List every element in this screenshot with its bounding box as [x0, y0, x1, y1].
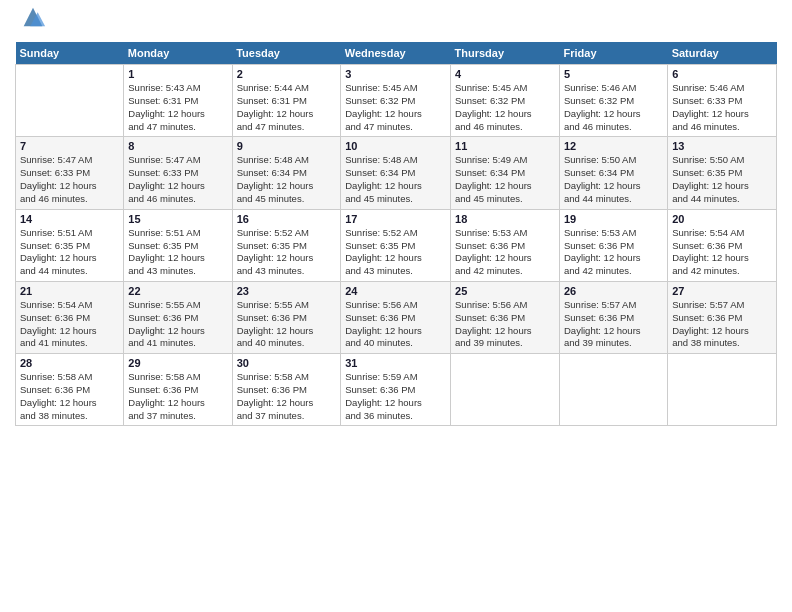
day-number: 14 — [20, 213, 119, 225]
day-info: Sunrise: 5:54 AM Sunset: 6:36 PM Dayligh… — [672, 227, 772, 278]
day-info: Sunrise: 5:57 AM Sunset: 6:36 PM Dayligh… — [564, 299, 663, 350]
calendar-cell: 13Sunrise: 5:50 AM Sunset: 6:35 PM Dayli… — [668, 137, 777, 209]
calendar-cell: 20Sunrise: 5:54 AM Sunset: 6:36 PM Dayli… — [668, 209, 777, 281]
calendar-cell — [451, 354, 560, 426]
day-info: Sunrise: 5:55 AM Sunset: 6:36 PM Dayligh… — [237, 299, 337, 350]
week-row-4: 21Sunrise: 5:54 AM Sunset: 6:36 PM Dayli… — [16, 281, 777, 353]
day-info: Sunrise: 5:52 AM Sunset: 6:35 PM Dayligh… — [345, 227, 446, 278]
calendar-cell: 18Sunrise: 5:53 AM Sunset: 6:36 PM Dayli… — [451, 209, 560, 281]
day-number: 21 — [20, 285, 119, 297]
day-info: Sunrise: 5:48 AM Sunset: 6:34 PM Dayligh… — [237, 154, 337, 205]
calendar-cell: 22Sunrise: 5:55 AM Sunset: 6:36 PM Dayli… — [124, 281, 232, 353]
calendar-cell: 16Sunrise: 5:52 AM Sunset: 6:35 PM Dayli… — [232, 209, 341, 281]
day-number: 6 — [672, 68, 772, 80]
calendar-cell: 10Sunrise: 5:48 AM Sunset: 6:34 PM Dayli… — [341, 137, 451, 209]
day-number: 12 — [564, 140, 663, 152]
calendar-cell: 9Sunrise: 5:48 AM Sunset: 6:34 PM Daylig… — [232, 137, 341, 209]
day-info: Sunrise: 5:52 AM Sunset: 6:35 PM Dayligh… — [237, 227, 337, 278]
day-number: 23 — [237, 285, 337, 297]
day-number: 19 — [564, 213, 663, 225]
day-info: Sunrise: 5:47 AM Sunset: 6:33 PM Dayligh… — [128, 154, 227, 205]
day-number: 2 — [237, 68, 337, 80]
logo-icon — [19, 3, 47, 31]
day-number: 28 — [20, 357, 119, 369]
day-number: 15 — [128, 213, 227, 225]
calendar-cell: 25Sunrise: 5:56 AM Sunset: 6:36 PM Dayli… — [451, 281, 560, 353]
day-number: 3 — [345, 68, 446, 80]
day-number: 16 — [237, 213, 337, 225]
day-number: 30 — [237, 357, 337, 369]
day-info: Sunrise: 5:58 AM Sunset: 6:36 PM Dayligh… — [128, 371, 227, 422]
calendar-cell: 1Sunrise: 5:43 AM Sunset: 6:31 PM Daylig… — [124, 65, 232, 137]
day-info: Sunrise: 5:53 AM Sunset: 6:36 PM Dayligh… — [455, 227, 555, 278]
calendar-cell: 11Sunrise: 5:49 AM Sunset: 6:34 PM Dayli… — [451, 137, 560, 209]
day-number: 17 — [345, 213, 446, 225]
weekday-header-sunday: Sunday — [16, 42, 124, 65]
calendar-cell: 8Sunrise: 5:47 AM Sunset: 6:33 PM Daylig… — [124, 137, 232, 209]
day-number: 8 — [128, 140, 227, 152]
day-info: Sunrise: 5:46 AM Sunset: 6:33 PM Dayligh… — [672, 82, 772, 133]
day-number: 20 — [672, 213, 772, 225]
page-header — [15, 10, 777, 34]
calendar-cell: 6Sunrise: 5:46 AM Sunset: 6:33 PM Daylig… — [668, 65, 777, 137]
calendar-cell: 17Sunrise: 5:52 AM Sunset: 6:35 PM Dayli… — [341, 209, 451, 281]
logo — [15, 10, 47, 34]
day-number: 10 — [345, 140, 446, 152]
day-number: 22 — [128, 285, 227, 297]
day-info: Sunrise: 5:56 AM Sunset: 6:36 PM Dayligh… — [345, 299, 446, 350]
calendar-cell — [560, 354, 668, 426]
calendar-cell: 15Sunrise: 5:51 AM Sunset: 6:35 PM Dayli… — [124, 209, 232, 281]
calendar-cell — [668, 354, 777, 426]
day-info: Sunrise: 5:44 AM Sunset: 6:31 PM Dayligh… — [237, 82, 337, 133]
calendar-cell: 2Sunrise: 5:44 AM Sunset: 6:31 PM Daylig… — [232, 65, 341, 137]
calendar-cell: 5Sunrise: 5:46 AM Sunset: 6:32 PM Daylig… — [560, 65, 668, 137]
day-number: 13 — [672, 140, 772, 152]
calendar-cell: 21Sunrise: 5:54 AM Sunset: 6:36 PM Dayli… — [16, 281, 124, 353]
week-row-2: 7Sunrise: 5:47 AM Sunset: 6:33 PM Daylig… — [16, 137, 777, 209]
calendar-cell: 3Sunrise: 5:45 AM Sunset: 6:32 PM Daylig… — [341, 65, 451, 137]
weekday-header-thursday: Thursday — [451, 42, 560, 65]
day-number: 31 — [345, 357, 446, 369]
calendar-cell: 28Sunrise: 5:58 AM Sunset: 6:36 PM Dayli… — [16, 354, 124, 426]
day-number: 11 — [455, 140, 555, 152]
day-number: 26 — [564, 285, 663, 297]
calendar-cell: 24Sunrise: 5:56 AM Sunset: 6:36 PM Dayli… — [341, 281, 451, 353]
calendar-cell: 19Sunrise: 5:53 AM Sunset: 6:36 PM Dayli… — [560, 209, 668, 281]
week-row-5: 28Sunrise: 5:58 AM Sunset: 6:36 PM Dayli… — [16, 354, 777, 426]
day-info: Sunrise: 5:55 AM Sunset: 6:36 PM Dayligh… — [128, 299, 227, 350]
day-info: Sunrise: 5:58 AM Sunset: 6:36 PM Dayligh… — [20, 371, 119, 422]
day-info: Sunrise: 5:43 AM Sunset: 6:31 PM Dayligh… — [128, 82, 227, 133]
day-info: Sunrise: 5:47 AM Sunset: 6:33 PM Dayligh… — [20, 154, 119, 205]
day-info: Sunrise: 5:51 AM Sunset: 6:35 PM Dayligh… — [20, 227, 119, 278]
calendar-cell: 4Sunrise: 5:45 AM Sunset: 6:32 PM Daylig… — [451, 65, 560, 137]
day-info: Sunrise: 5:50 AM Sunset: 6:35 PM Dayligh… — [672, 154, 772, 205]
week-row-3: 14Sunrise: 5:51 AM Sunset: 6:35 PM Dayli… — [16, 209, 777, 281]
day-info: Sunrise: 5:48 AM Sunset: 6:34 PM Dayligh… — [345, 154, 446, 205]
page-container: SundayMondayTuesdayWednesdayThursdayFrid… — [0, 0, 792, 436]
day-info: Sunrise: 5:45 AM Sunset: 6:32 PM Dayligh… — [345, 82, 446, 133]
day-info: Sunrise: 5:49 AM Sunset: 6:34 PM Dayligh… — [455, 154, 555, 205]
day-number: 1 — [128, 68, 227, 80]
day-number: 7 — [20, 140, 119, 152]
weekday-header-friday: Friday — [560, 42, 668, 65]
day-info: Sunrise: 5:45 AM Sunset: 6:32 PM Dayligh… — [455, 82, 555, 133]
day-info: Sunrise: 5:54 AM Sunset: 6:36 PM Dayligh… — [20, 299, 119, 350]
day-info: Sunrise: 5:53 AM Sunset: 6:36 PM Dayligh… — [564, 227, 663, 278]
calendar-cell: 31Sunrise: 5:59 AM Sunset: 6:36 PM Dayli… — [341, 354, 451, 426]
day-info: Sunrise: 5:57 AM Sunset: 6:36 PM Dayligh… — [672, 299, 772, 350]
calendar-cell: 14Sunrise: 5:51 AM Sunset: 6:35 PM Dayli… — [16, 209, 124, 281]
calendar-cell: 29Sunrise: 5:58 AM Sunset: 6:36 PM Dayli… — [124, 354, 232, 426]
calendar-cell: 26Sunrise: 5:57 AM Sunset: 6:36 PM Dayli… — [560, 281, 668, 353]
calendar-cell — [16, 65, 124, 137]
day-number: 18 — [455, 213, 555, 225]
weekday-header-monday: Monday — [124, 42, 232, 65]
calendar-cell: 7Sunrise: 5:47 AM Sunset: 6:33 PM Daylig… — [16, 137, 124, 209]
weekday-header-row: SundayMondayTuesdayWednesdayThursdayFrid… — [16, 42, 777, 65]
calendar-cell: 27Sunrise: 5:57 AM Sunset: 6:36 PM Dayli… — [668, 281, 777, 353]
day-info: Sunrise: 5:56 AM Sunset: 6:36 PM Dayligh… — [455, 299, 555, 350]
day-number: 25 — [455, 285, 555, 297]
day-number: 24 — [345, 285, 446, 297]
week-row-1: 1Sunrise: 5:43 AM Sunset: 6:31 PM Daylig… — [16, 65, 777, 137]
calendar-cell: 12Sunrise: 5:50 AM Sunset: 6:34 PM Dayli… — [560, 137, 668, 209]
calendar-table: SundayMondayTuesdayWednesdayThursdayFrid… — [15, 42, 777, 426]
